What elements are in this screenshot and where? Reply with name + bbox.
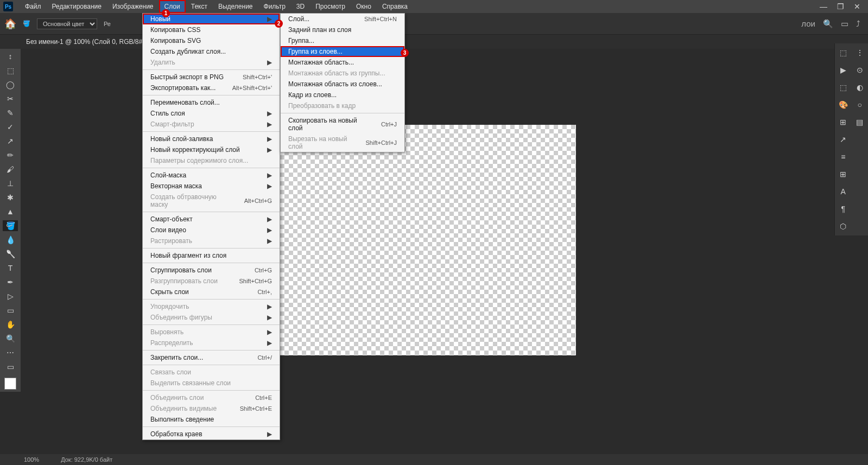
panel-button[interactable]: ¶: [837, 203, 849, 215]
menu-item[interactable]: Векторная маска▶: [143, 181, 280, 192]
tool-5[interactable]: ✓: [3, 122, 18, 132]
menu-item[interactable]: Новый слой-заливка▶: [143, 133, 280, 144]
tool-14[interactable]: 🥄: [3, 249, 18, 259]
panel-button[interactable]: ⊙: [854, 64, 866, 76]
panel-button[interactable]: [854, 220, 866, 232]
fill-type-select[interactable]: Основной цвет: [37, 18, 97, 29]
menu-item[interactable]: Монтажная область...: [281, 57, 404, 68]
share-icon[interactable]: ⤴: [856, 19, 860, 28]
panel-button[interactable]: [854, 151, 866, 163]
menu-item[interactable]: Быстрый экспорт в PNGShift+Ctrl+': [143, 72, 280, 82]
tool-1[interactable]: ⬚: [3, 65, 18, 76]
menu-item[interactable]: Кадр из слоев...: [281, 90, 404, 100]
tool-17[interactable]: ▷: [3, 291, 18, 302]
panel-button[interactable]: ↗: [837, 133, 849, 145]
menu-item[interactable]: Сгруппировать слоиCtrl+G: [143, 265, 280, 276]
zoom-level[interactable]: 100%: [24, 456, 39, 463]
submenu-arrow-icon: ▶: [256, 339, 272, 347]
menu-item[interactable]: Группа из слоев...: [281, 46, 404, 57]
shortcut-label: Alt+Shift+Ctrl+': [221, 85, 272, 91]
tool-11[interactable]: ▲: [3, 206, 18, 217]
menu-окно[interactable]: Окно: [351, 0, 377, 13]
panel-button[interactable]: [854, 133, 866, 145]
menu-item[interactable]: Монтажная область из слоев...: [281, 79, 404, 90]
menu-item[interactable]: Копировать CSS: [143, 24, 280, 35]
menu-выделение[interactable]: Выделение: [213, 0, 258, 13]
panel-button[interactable]: ○: [854, 99, 866, 111]
panel-button[interactable]: ⊞: [837, 116, 849, 128]
menu-item[interactable]: Переименовать слой...: [143, 97, 280, 108]
menu-фильтр[interactable]: Фильтр: [258, 0, 291, 13]
panel-button[interactable]: ▶: [837, 64, 849, 76]
menu-item[interactable]: Слой...Shift+Ctrl+N: [281, 14, 404, 24]
panel-button[interactable]: ◐: [854, 81, 866, 93]
menu-item[interactable]: Создать дубликат слоя...: [143, 46, 280, 57]
tool-20[interactable]: 🔍: [3, 333, 18, 344]
panel-button[interactable]: [854, 186, 866, 198]
submenu-arrow-icon: ▶: [256, 215, 272, 223]
document-tab[interactable]: Без имени-1 @ 100% (Слой 0, RGB/8#) * ×: [21, 35, 163, 49]
panel-button[interactable]: ⬚: [837, 47, 849, 59]
menu-item[interactable]: Слои видео▶: [143, 225, 280, 235]
panel-button[interactable]: ≡: [837, 151, 849, 163]
panel-button[interactable]: [854, 168, 866, 180]
menu-изображение[interactable]: Изображение: [107, 0, 159, 13]
tool-18[interactable]: ▭: [3, 305, 18, 316]
menu-item[interactable]: Смарт-объект▶: [143, 214, 280, 225]
menu-файл[interactable]: Файл: [20, 0, 47, 13]
maximize-button[interactable]: ❐: [837, 2, 844, 11]
menu-item[interactable]: Закрепить слои...Ctrl+/: [143, 352, 280, 363]
tool-15[interactable]: T: [3, 263, 18, 273]
menu-item[interactable]: Копировать SVG: [143, 35, 280, 46]
panel-button[interactable]: ⋮: [854, 47, 866, 59]
menu-item[interactable]: Скопировать на новый слойCtrl+J: [281, 115, 404, 133]
menu-редактирование[interactable]: Редактирование: [47, 0, 107, 13]
menu-item[interactable]: Новый фрагмент из слоя: [143, 250, 280, 261]
panel-button[interactable]: [854, 203, 866, 215]
tool-0[interactable]: ↕: [3, 51, 18, 62]
menu-item[interactable]: Экспортировать как...Alt+Shift+Ctrl+': [143, 82, 280, 93]
home-icon[interactable]: 🏠: [4, 18, 16, 30]
menu-item[interactable]: Слой-маска▶: [143, 170, 280, 181]
tool-4[interactable]: ✎: [3, 107, 18, 118]
close-button[interactable]: ✕: [854, 2, 860, 11]
color-swatch[interactable]: [4, 378, 16, 390]
menu-просмотр[interactable]: Просмотр: [310, 0, 351, 13]
panel-button[interactable]: ⬡: [837, 220, 849, 232]
panel-button[interactable]: ⬚: [837, 81, 849, 93]
menu-item[interactable]: Группа...: [281, 35, 404, 46]
menu-3d[interactable]: 3D: [291, 0, 310, 13]
search-icon[interactable]: 🔍: [823, 19, 833, 29]
tool-22[interactable]: ▭: [3, 361, 18, 372]
tool-6[interactable]: ↗: [3, 136, 18, 146]
panel-button[interactable]: ⊞: [837, 168, 849, 180]
menu-item[interactable]: Скрыть слоиCtrl+,: [143, 286, 280, 297]
tool-19[interactable]: ✋: [3, 319, 18, 330]
tool-13[interactable]: 💧: [3, 234, 18, 245]
panel-button[interactable]: ▤: [854, 116, 866, 128]
tool-21[interactable]: ⋯: [3, 347, 18, 358]
menu-справка[interactable]: Справка: [377, 0, 413, 13]
menu-item[interactable]: Стиль слоя▶: [143, 108, 280, 119]
menu-item[interactable]: Задний план из слоя: [281, 24, 404, 35]
menu-item[interactable]: Обработка краев▶: [143, 429, 280, 439]
tool-10[interactable]: ✱: [3, 192, 18, 203]
menu-item: Вырезать на новый слойShift+Ctrl+J: [281, 133, 404, 152]
tool-2[interactable]: ◯: [3, 79, 18, 90]
menu-item[interactable]: Выполнить сведение: [143, 414, 280, 425]
tool-16[interactable]: ✒: [3, 277, 18, 288]
panel-button[interactable]: 🎨: [837, 99, 849, 111]
panel-button[interactable]: A: [837, 186, 849, 198]
tool-12[interactable]: 🪣: [3, 220, 18, 231]
tool-9[interactable]: ⊥: [3, 178, 18, 189]
layout-icon[interactable]: ▭: [841, 19, 848, 29]
canvas[interactable]: [280, 125, 576, 355]
tool-7[interactable]: ✏: [3, 150, 18, 161]
tool-8[interactable]: 🖌: [3, 164, 18, 175]
bucket-tool-icon[interactable]: 🪣: [23, 20, 30, 27]
menu-item[interactable]: Новый корректирующий слой▶: [143, 144, 280, 155]
tool-3[interactable]: ✂: [3, 93, 18, 104]
minimize-button[interactable]: —: [820, 2, 827, 11]
submenu-arrow-icon: ▶: [256, 110, 272, 117]
menu-текст[interactable]: Текст: [186, 0, 213, 13]
